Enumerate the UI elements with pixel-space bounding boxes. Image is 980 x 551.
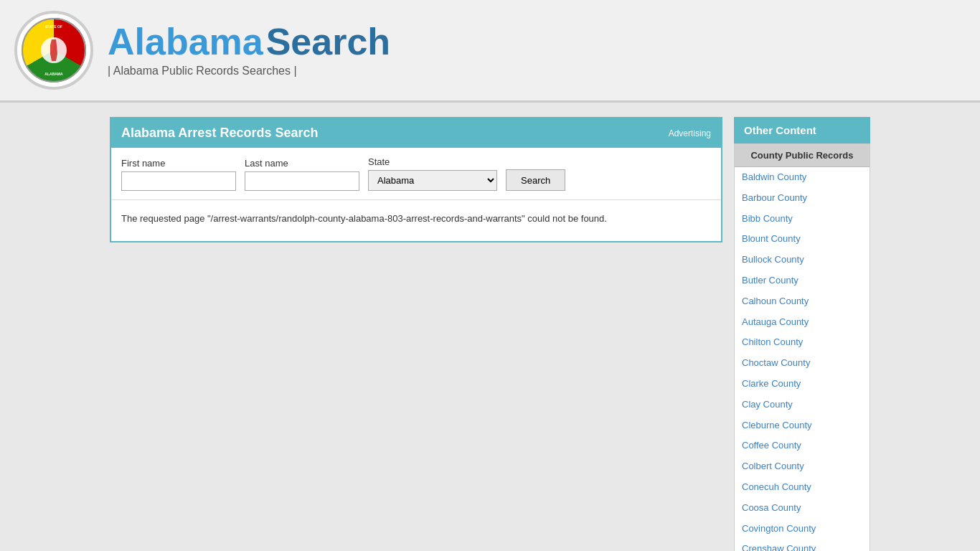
seal-svg: STATE OF ALABAMA: [22, 18, 86, 83]
search-title: Alabama Arrest Records Search: [121, 126, 318, 141]
main-content: Alabama Arrest Records Search Advertisin…: [95, 117, 885, 551]
error-message: The requested page "/arrest-warrants/ran…: [111, 199, 721, 241]
svg-text:ALABAMA: ALABAMA: [44, 72, 63, 76]
county-link[interactable]: Clarke County: [735, 374, 870, 395]
site-subtitle: | Alabama Public Records Searches |: [108, 65, 390, 77]
state-select[interactable]: Alabama: [368, 170, 497, 191]
county-link[interactable]: Baldwin County: [735, 167, 870, 188]
site-title-block: Alabama Search | Alabama Public Records …: [108, 23, 390, 77]
last-name-input[interactable]: [245, 171, 359, 191]
first-name-label: First name: [121, 158, 236, 169]
title-search: Search: [266, 21, 390, 62]
state-seal: STATE OF ALABAMA: [14, 11, 93, 90]
county-link[interactable]: Cleburne County: [735, 415, 870, 436]
county-link[interactable]: Calhoun County: [735, 291, 870, 312]
county-link[interactable]: Colbert County: [735, 456, 870, 477]
site-header: STATE OF ALABAMA Alabama Search | Alabam…: [0, 0, 980, 103]
first-name-input[interactable]: [121, 171, 236, 191]
first-name-group: First name: [121, 158, 236, 191]
svg-text:STATE OF: STATE OF: [45, 24, 62, 29]
county-link[interactable]: Crenshaw County: [735, 539, 870, 551]
county-link[interactable]: Coffee County: [735, 435, 870, 456]
county-link[interactable]: Autauga County: [735, 312, 870, 333]
search-fields: First name Last name State Alabama Searc…: [111, 148, 721, 199]
search-panel: Alabama Arrest Records Search Advertisin…: [110, 117, 722, 551]
title-alabama: Alabama: [108, 21, 263, 62]
county-link[interactable]: Conecuh County: [735, 477, 870, 498]
county-link[interactable]: Coosa County: [735, 498, 870, 519]
state-group: State Alabama: [368, 156, 497, 191]
other-content-header: Other Content: [734, 117, 870, 143]
search-box: Alabama Arrest Records Search Advertisin…: [110, 117, 722, 242]
last-name-group: Last name: [245, 158, 359, 191]
advertising-label: Advertising: [669, 128, 711, 138]
county-link[interactable]: Butler County: [735, 270, 870, 291]
county-link[interactable]: Bibb County: [735, 209, 870, 230]
sidebar: Other Content County Public Records Bald…: [734, 117, 870, 551]
county-link[interactable]: Barbour County: [735, 188, 870, 209]
county-records-header: County Public Records: [735, 144, 870, 167]
county-list: County Public Records Baldwin CountyBarb…: [734, 143, 870, 551]
search-button[interactable]: Search: [506, 169, 565, 191]
county-link[interactable]: Choctaw County: [735, 353, 870, 374]
county-link[interactable]: Chilton County: [735, 332, 870, 353]
county-link[interactable]: Bullock County: [735, 250, 870, 270]
seal-inner: STATE OF ALABAMA: [22, 18, 86, 83]
search-header: Alabama Arrest Records Search Advertisin…: [111, 118, 721, 148]
state-label: State: [368, 156, 497, 167]
county-link[interactable]: Blount County: [735, 229, 870, 250]
last-name-label: Last name: [245, 158, 359, 169]
county-link[interactable]: Covington County: [735, 519, 870, 540]
county-link[interactable]: Clay County: [735, 395, 870, 415]
